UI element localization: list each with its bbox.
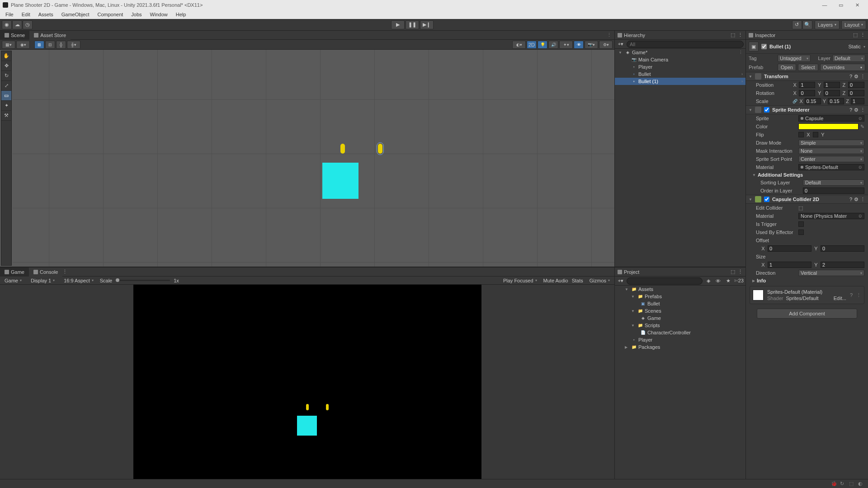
offset-x-field[interactable] (768, 245, 811, 252)
used-by-effector-checkbox[interactable] (798, 230, 804, 235)
status-progress-icon[interactable]: ◐ (858, 481, 864, 487)
project-player-asset[interactable]: ▫Player (615, 336, 745, 343)
status-bug-icon[interactable]: 🐞 (831, 481, 837, 487)
draw-mode-dropdown[interactable]: Simple (798, 140, 864, 146)
grid-snap-button[interactable]: ⊞ (34, 41, 44, 49)
grid-options-dropdown[interactable]: ╫▾ (67, 41, 80, 49)
prefab-open-button[interactable]: Open (778, 64, 796, 71)
physics-material-field[interactable]: None (Physics Mater⊙ (798, 213, 864, 219)
menu-help[interactable]: Help (172, 11, 190, 18)
project-star-icon[interactable]: ★ (724, 277, 732, 285)
pause-button[interactable]: ❚❚ (406, 20, 419, 29)
material-menu-icon[interactable]: ⋮ (856, 292, 861, 298)
sprite-renderer-header[interactable]: ▼ Sprite Renderer ?⚙⋮ (746, 105, 868, 114)
sort-point-dropdown[interactable]: Center (798, 156, 864, 162)
2d-toggle[interactable]: 2D (527, 41, 537, 49)
status-cache-icon[interactable]: ⬚ (849, 481, 855, 487)
project-charactercontroller-script[interactable]: 📄CharacterController (615, 329, 745, 336)
menu-assets[interactable]: Assets (35, 11, 57, 18)
project-hidden-icon[interactable]: 👁 (714, 277, 722, 285)
account-icon[interactable]: ◉ (2, 20, 12, 29)
hierarchy-search-input[interactable] (627, 41, 744, 48)
shader-edit-button[interactable]: Edit... (834, 296, 846, 301)
material-section[interactable]: Sprites-Default (Material) Shader Sprite… (750, 286, 864, 304)
project-options[interactable]: ⋮ (738, 269, 743, 275)
edit-collider-button[interactable]: ⬚ (798, 205, 809, 211)
step-button[interactable]: ▶❙ (420, 20, 434, 29)
shading-dropdown[interactable]: ◉▾ (16, 41, 30, 49)
shader-dropdown[interactable]: Sprites/Default (786, 296, 830, 301)
display-dropdown[interactable]: Display 1 (28, 278, 57, 283)
scene-tab-options[interactable]: ⋮ (604, 32, 614, 38)
project-bullet-prefab[interactable]: ▣Bullet (615, 300, 745, 307)
hierarchy-tree[interactable]: ▼◈Game*⋮ 📷Main Camera ▫Player ▫Bullet› ▫… (615, 49, 745, 267)
color-picker-icon[interactable]: ✎ (860, 124, 864, 130)
scene-menu-icon[interactable]: ⋮ (739, 50, 743, 55)
collider-preset-icon[interactable]: ⚙ (854, 197, 859, 202)
inspector-options[interactable]: ⋮ (860, 32, 865, 38)
scale-x-field[interactable] (805, 98, 821, 104)
stats-toggle[interactable]: Stats (572, 278, 583, 283)
hierarchy-lock-icon[interactable]: ⬚ (731, 32, 735, 38)
close-button[interactable]: ✕ (849, 2, 865, 8)
project-lock-icon[interactable]: ⬚ (731, 269, 735, 275)
inspector-lock-icon[interactable]: ⬚ (853, 32, 858, 38)
camera-options-dropdown[interactable]: 📷▾ (585, 41, 598, 49)
gameobject-name-field[interactable] (769, 44, 845, 49)
transform-tool[interactable]: ✦ (1, 101, 11, 111)
sprite-renderer-enabled-checkbox[interactable] (764, 107, 769, 113)
project-tree[interactable]: ▼📁Assets ▼📁Prefabs ▣Bullet ▼📁Scenes ◈Gam… (615, 286, 745, 479)
additional-settings-foldout[interactable]: ▼Additional Settings (746, 171, 868, 178)
draw-mode-dropdown[interactable]: ▦▾ (2, 41, 15, 49)
sprite-help-icon[interactable]: ? (849, 107, 852, 113)
collider-help-icon[interactable]: ? (849, 197, 852, 202)
transform-preset-icon[interactable]: ⚙ (854, 74, 859, 80)
audio-toggle[interactable]: 🔊 (548, 41, 558, 49)
menu-file[interactable]: File (2, 11, 17, 18)
hierarchy-scene-root[interactable]: ▼◈Game*⋮ (615, 49, 745, 56)
material-help-icon[interactable]: ? (850, 292, 853, 298)
order-in-layer-field[interactable] (803, 188, 864, 194)
sprite-preset-icon[interactable]: ⚙ (854, 107, 859, 113)
position-x-field[interactable] (799, 82, 815, 88)
maximize-button[interactable]: ▭ (833, 2, 849, 8)
tab-scene[interactable]: Scene (0, 31, 29, 40)
search-icon[interactable]: 🔍 (802, 20, 812, 29)
menu-gameobject[interactable]: GameObject (58, 11, 93, 18)
menu-component[interactable]: Component (94, 11, 127, 18)
move-tool[interactable]: ✥ (1, 61, 11, 71)
is-trigger-checkbox[interactable] (798, 221, 804, 227)
gameobject-cube-icon[interactable]: ▣ (749, 42, 759, 52)
hierarchy-item-bullet[interactable]: ▫Bullet› (615, 70, 745, 78)
project-assets-folder[interactable]: ▼📁Assets (615, 286, 745, 293)
position-y-field[interactable] (824, 82, 840, 88)
size-y-field[interactable] (821, 262, 864, 268)
gameobject-active-checkbox[interactable] (761, 44, 767, 49)
fx-dropdown[interactable]: ✦▾ (559, 41, 573, 49)
snap-increment-button[interactable]: ⊟ (45, 41, 55, 49)
minimize-button[interactable]: — (816, 2, 833, 8)
scale-link-icon[interactable]: 🔗 (793, 99, 797, 103)
mute-audio-toggle[interactable]: Mute Audio (543, 278, 568, 283)
flip-x-checkbox[interactable] (798, 132, 804, 137)
offset-y-field[interactable] (821, 245, 864, 252)
play-focus-dropdown[interactable]: Play Focused (500, 278, 540, 283)
layout-dropdown[interactable]: Layout (841, 20, 866, 29)
play-button[interactable]: ▶ (391, 20, 405, 29)
hand-tool[interactable]: ✋ (1, 51, 11, 61)
menu-edit[interactable]: Edit (18, 11, 34, 18)
scale-y-field[interactable] (828, 98, 844, 104)
scene-bullet-sprite[interactable] (340, 144, 345, 154)
history-icon[interactable]: ◷ (23, 20, 33, 29)
rotation-y-field[interactable] (824, 90, 840, 96)
menu-window[interactable]: Window (146, 11, 171, 18)
sprite-material-field[interactable]: Sprites-Default⊙ (798, 164, 864, 170)
tab-console[interactable]: Console (29, 267, 62, 277)
tab-game[interactable]: Game (0, 267, 29, 277)
scene-visibility-toggle[interactable]: 👁 (574, 41, 584, 49)
scale-z-field[interactable] (851, 98, 864, 104)
project-prefabs-folder[interactable]: ▼📁Prefabs (615, 293, 745, 300)
capsule-collider-header[interactable]: ▼ Capsule Collider 2D ?⚙⋮ (746, 195, 868, 204)
project-game-scene[interactable]: ◈Game (615, 314, 745, 322)
flip-y-checkbox[interactable] (813, 132, 818, 137)
